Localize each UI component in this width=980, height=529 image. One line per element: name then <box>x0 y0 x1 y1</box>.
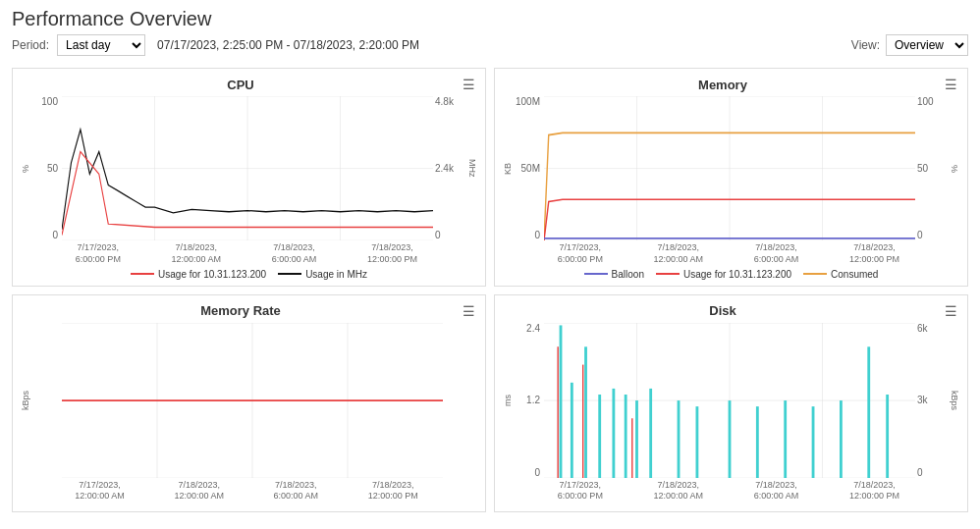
memory-y-left-unit-container: KB <box>503 96 515 240</box>
memory-y-axis-right: 100 50 0 <box>915 96 950 240</box>
memory-svg-area <box>544 96 915 240</box>
memory-y-axis-left: 100M 50M 0 <box>515 96 544 240</box>
disk-x1: 7/17/2023,6:00:00 PM <box>558 480 603 503</box>
memory-rate-title-row: Memory Rate ☰ <box>21 301 477 321</box>
memory-legend-usage: Usage for 10.31.123.200 <box>656 269 791 280</box>
memory-x4: 7/18/2023,12:00:00 PM <box>849 242 899 265</box>
date-range: 07/17/2023, 2:25:00 PM - 07/18/2023, 2:2… <box>157 38 419 52</box>
disk-x2: 7/18/2023,12:00:00 AM <box>654 480 704 503</box>
cpu-chart-area: % 100 50 0 <box>21 96 477 240</box>
memory-rate-chart-area: kBps <box>21 323 477 478</box>
memory-y-left-unit: KB <box>503 163 513 175</box>
memory-y-right-unit-container: % <box>950 96 959 240</box>
disk-x4: 7/18/2023,12:00:00 PM <box>849 480 899 503</box>
memory-legend-usage-line <box>656 273 680 275</box>
memory-rate-y-left-unit-container: kBps <box>21 323 32 478</box>
cpu-legend-usage: Usage for 10.31.123.200 <box>131 269 266 280</box>
view-control: View: Overview Advanced <box>851 34 968 56</box>
cpu-legend-usage-line <box>131 273 154 275</box>
disk-chart-area: ms 2.4 1.2 0 <box>503 323 959 478</box>
disk-x3: 7/18/2023,6:00:00 AM <box>754 480 799 503</box>
memory-legend-consumed-line <box>803 273 827 275</box>
memory-title-row: Memory ☰ <box>503 75 959 94</box>
memory-legend-balloon-label: Balloon <box>612 269 644 280</box>
mr-x4: 7/18/2023,12:00:00 PM <box>368 480 418 503</box>
page-title: Performance Overview <box>12 8 968 30</box>
memory-legend: Balloon Usage for 10.31.123.200 Consumed <box>503 269 959 280</box>
disk-y-top: 2.4 <box>526 323 540 334</box>
memory-rate-svg <box>62 323 443 478</box>
cpu-svg-area <box>62 96 433 240</box>
cpu-y-axis-left: 100 50 0 <box>32 96 62 240</box>
memory-legend-consumed-label: Consumed <box>831 269 878 280</box>
disk-x-axis: 7/17/2023,6:00:00 PM 7/18/2023,12:00:00 … <box>532 480 925 503</box>
mr-x3: 7/18/2023,6:00:00 AM <box>274 480 319 503</box>
memory-svg <box>544 96 915 240</box>
view-select[interactable]: Overview Advanced <box>886 34 968 56</box>
memory-y-bot: 0 <box>534 230 540 240</box>
memory-y-top: 100M <box>516 96 540 107</box>
cpu-yr-top: 4.8k <box>435 96 454 107</box>
memory-chart-area: KB 100M 50M 0 <box>503 96 959 240</box>
cpu-y-right-unit-container: MHz <box>467 96 477 240</box>
disk-yr-bot: 0 <box>917 467 923 478</box>
cpu-y-mid: 50 <box>47 163 58 174</box>
cpu-menu-icon[interactable]: ☰ <box>461 75 477 94</box>
memory-rate-chart-title: Memory Rate <box>21 303 461 318</box>
memory-y-right-unit: % <box>950 165 959 173</box>
memory-chart-title: Memory <box>503 78 943 92</box>
memory-y-mid: 50M <box>521 163 540 174</box>
disk-chart-title: Disk <box>503 303 943 318</box>
disk-yr-top: 6k <box>917 323 928 334</box>
disk-menu-icon[interactable]: ☰ <box>943 301 959 321</box>
cpu-yr-bot: 0 <box>435 230 441 240</box>
disk-chart-panel: Disk ☰ ms 2.4 1.2 0 <box>494 294 968 513</box>
controls-bar: Period: Last day Last week Last month 07… <box>12 34 968 56</box>
cpu-y-bot: 0 <box>52 230 58 240</box>
cpu-y-top: 100 <box>41 96 58 107</box>
cpu-x-axis: 7/17/2023,6:00:00 PM 7/18/2023,12:00:00 … <box>50 242 443 265</box>
disk-y-bot: 0 <box>534 467 540 478</box>
memory-rate-chart-panel: Memory Rate ☰ kBps <box>12 294 486 513</box>
disk-svg <box>544 323 915 478</box>
cpu-legend-mhz-label: Usage in MHz <box>305 269 367 280</box>
cpu-chart-title: CPU <box>21 78 461 92</box>
disk-y-left-unit: ms <box>503 395 513 406</box>
disk-y-left-unit-container: ms <box>503 323 515 478</box>
view-label: View: <box>851 38 880 52</box>
cpu-x3: 7/18/2023,6:00:00 AM <box>272 242 317 265</box>
disk-y-mid: 1.2 <box>526 395 540 405</box>
disk-y-axis-left: 2.4 1.2 0 <box>515 323 544 478</box>
cpu-x2: 7/18/2023,12:00:00 AM <box>172 242 222 265</box>
cpu-chart-panel: CPU ☰ % 100 50 0 <box>12 68 486 287</box>
memory-x2: 7/18/2023,12:00:00 AM <box>654 242 704 265</box>
period-label: Period: <box>12 38 49 52</box>
memory-yr-top: 100 <box>917 96 934 107</box>
cpu-y-axis-right: 4.8k 2.4k 0 <box>433 96 467 240</box>
disk-yr-mid: 3k <box>917 395 928 405</box>
cpu-x1: 7/17/2023,6:00:00 PM <box>76 242 121 265</box>
memory-legend-usage-label: Usage for 10.31.123.200 <box>683 269 791 280</box>
memory-legend-consumed: Consumed <box>803 269 878 280</box>
cpu-legend: Usage for 10.31.123.200 Usage in MHz <box>21 269 477 280</box>
memory-rate-svg-area <box>62 323 443 478</box>
disk-y-right-unit-container: kBps <box>950 323 959 478</box>
memory-menu-icon[interactable]: ☰ <box>943 75 959 94</box>
memory-rate-menu-icon[interactable]: ☰ <box>461 301 477 321</box>
cpu-y-left-unit-container: % <box>21 96 32 240</box>
disk-y-right-unit: kBps <box>950 391 959 410</box>
cpu-y-left-unit: % <box>21 165 30 173</box>
memory-rate-y-axis-right <box>443 323 477 478</box>
memory-chart-panel: Memory ☰ KB 100M 50M 0 <box>494 68 968 287</box>
cpu-legend-mhz-line <box>278 273 301 275</box>
mr-x2: 7/18/2023,12:00:00 AM <box>174 480 224 503</box>
period-select[interactable]: Last day Last week Last month <box>57 34 145 56</box>
disk-title-row: Disk ☰ <box>503 301 959 321</box>
memory-legend-balloon: Balloon <box>584 269 644 280</box>
memory-x-axis: 7/17/2023,6:00:00 PM 7/18/2023,12:00:00 … <box>532 242 925 265</box>
memory-rate-y-axis-left <box>32 323 62 478</box>
cpu-legend-usage-label: Usage for 10.31.123.200 <box>158 269 266 280</box>
cpu-y-right-unit: MHz <box>467 159 477 178</box>
charts-grid: CPU ☰ % 100 50 0 <box>0 60 980 520</box>
memory-legend-balloon-line <box>584 273 608 275</box>
